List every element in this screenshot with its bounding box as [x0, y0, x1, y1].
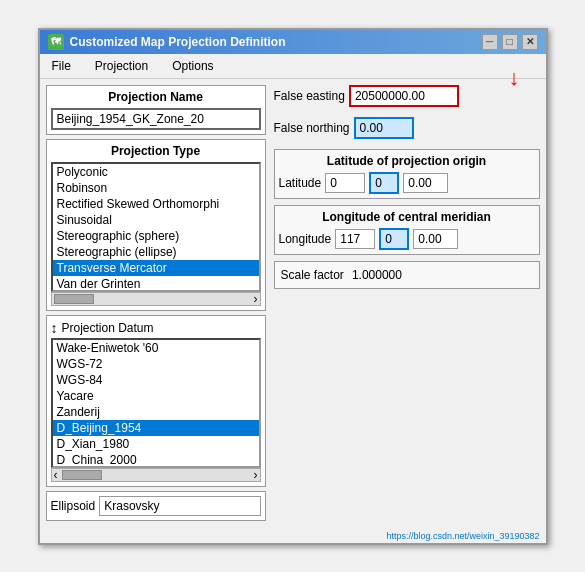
lon-meridian-title: Longitude of central meridian [279, 210, 535, 224]
lon-min-input[interactable] [379, 228, 409, 250]
title-bar-controls: ─ □ ✕ [482, 34, 538, 50]
list-item-transverse-mercator[interactable]: Transverse Mercator [53, 260, 259, 276]
menu-projection[interactable]: Projection [91, 57, 152, 75]
lon-label: Longitude [279, 232, 332, 246]
lat-sec-input[interactable] [403, 173, 448, 193]
false-easting-label: False easting [274, 89, 345, 103]
minimize-button[interactable]: ─ [482, 34, 498, 50]
app-icon: 🗺 [48, 34, 64, 50]
datum-icon: ↕ [51, 320, 58, 336]
list-item[interactable]: D_Xian_1980 [53, 436, 259, 452]
false-easting-row: False easting [274, 85, 540, 107]
list-item[interactable]: Stereographic (sphere) [53, 228, 259, 244]
datum-scrollbar-thumb [62, 470, 102, 480]
ellipsoid-label: Ellipsoid [51, 499, 96, 513]
main-content: Projection Name Projection Type Polyconi… [40, 79, 546, 527]
list-item[interactable]: Zanderij [53, 404, 259, 420]
datum-header: ↕ Projection Datum [51, 320, 261, 336]
right-panel: ↓ False easting False northing Latitude … [274, 85, 540, 521]
false-northing-label: False northing [274, 121, 350, 135]
title-bar-left: 🗺 Customized Map Projection Definition [48, 34, 286, 50]
list-item[interactable]: D_China_2000 [53, 452, 259, 468]
scale-factor-label: Scale factor [281, 268, 344, 282]
datum-h-scrollbar[interactable]: ‹ › [51, 468, 261, 482]
list-item[interactable]: Van der Grinten [53, 276, 259, 292]
latitude-origin-section: Latitude of projection origin Latitude [274, 149, 540, 199]
scale-factor-value: 1.000000 [352, 268, 402, 282]
h-scrollbar[interactable]: › [51, 292, 261, 306]
datum-label: Projection Datum [62, 321, 154, 335]
scale-factor-row: Scale factor 1.000000 [274, 261, 540, 289]
list-item[interactable]: Yacare [53, 388, 259, 404]
window-title: Customized Map Projection Definition [70, 35, 286, 49]
menu-options[interactable]: Options [168, 57, 217, 75]
longitude-meridian-section: Longitude of central meridian Longitude [274, 205, 540, 255]
false-northing-row: False northing [274, 117, 540, 139]
list-item[interactable]: Polyconic [53, 164, 259, 180]
projection-name-box: Projection Name [46, 85, 266, 135]
projection-type-box: Projection Type Polyconic Robinson Recti… [46, 139, 266, 311]
menu-file[interactable]: File [48, 57, 75, 75]
list-item[interactable]: Robinson [53, 180, 259, 196]
maximize-button[interactable]: □ [502, 34, 518, 50]
lat-label: Latitude [279, 176, 322, 190]
lon-deg-input[interactable] [335, 229, 375, 249]
false-northing-input[interactable] [354, 117, 414, 139]
list-item[interactable]: Stereographic (ellipse) [53, 244, 259, 260]
list-item-beijing1954[interactable]: D_Beijing_1954 [53, 420, 259, 436]
ellipsoid-input[interactable] [99, 496, 260, 516]
lat-origin-title: Latitude of projection origin [279, 154, 535, 168]
watermark: https://blog.csdn.net/weixin_39190382 [40, 529, 546, 543]
scrollbar-thumb [54, 294, 94, 304]
close-button[interactable]: ✕ [522, 34, 538, 50]
false-easting-section: ↓ False easting [274, 85, 540, 111]
longitude-inputs: Longitude [279, 228, 535, 250]
main-window: 🗺 Customized Map Projection Definition ─… [38, 28, 548, 545]
projection-type-label: Projection Type [51, 144, 261, 158]
false-easting-input[interactable] [349, 85, 459, 107]
projection-type-list[interactable]: Polyconic Robinson Rectified Skewed Orth… [51, 162, 261, 292]
list-item[interactable]: Wake-Eniwetok '60 [53, 340, 259, 356]
projection-name-label: Projection Name [51, 90, 261, 104]
latitude-inputs: Latitude [279, 172, 535, 194]
list-item[interactable]: Rectified Skewed Orthomorphi [53, 196, 259, 212]
ellipsoid-row: Ellipsoid [46, 491, 266, 521]
arrow-indicator: ↓ [509, 67, 520, 89]
lat-deg-input[interactable] [325, 173, 365, 193]
projection-name-input[interactable] [51, 108, 261, 130]
list-item[interactable]: Sinusoidal [53, 212, 259, 228]
datum-box: ↕ Projection Datum Wake-Eniwetok '60 WGS… [46, 315, 266, 487]
lon-sec-input[interactable] [413, 229, 458, 249]
lat-min-input[interactable] [369, 172, 399, 194]
title-bar: 🗺 Customized Map Projection Definition ─… [40, 30, 546, 54]
menu-bar: File Projection Options [40, 54, 546, 79]
list-item[interactable]: WGS-84 [53, 372, 259, 388]
list-item[interactable]: WGS-72 [53, 356, 259, 372]
left-panel: Projection Name Projection Type Polyconi… [46, 85, 266, 521]
datum-list[interactable]: Wake-Eniwetok '60 WGS-72 WGS-84 Yacare Z… [51, 338, 261, 468]
